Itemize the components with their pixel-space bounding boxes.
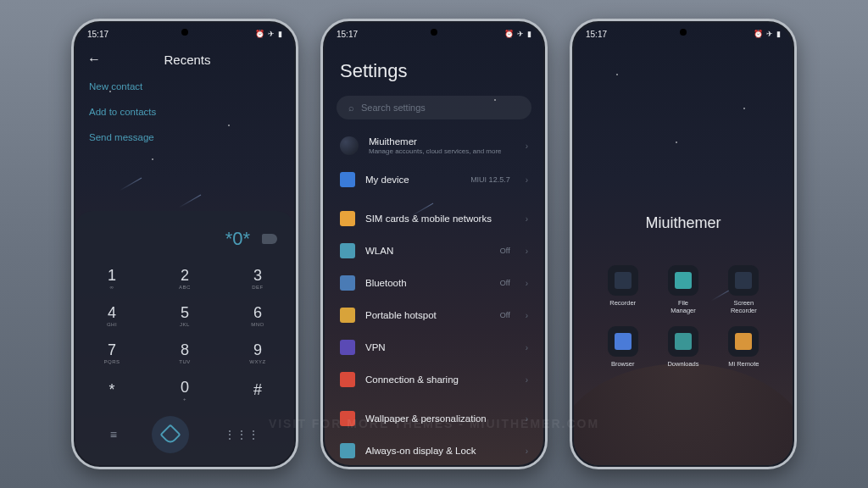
menu-icon[interactable]: ≡ <box>110 428 117 441</box>
chevron-right-icon: › <box>526 414 528 424</box>
app-downloads[interactable]: Downloads <box>659 326 707 368</box>
chevron-right-icon: › <box>526 279 528 288</box>
backspace-icon[interactable] <box>262 234 277 244</box>
app-file-manager[interactable]: FileManager <box>659 265 707 314</box>
dialpad-key-6[interactable]: 6MNO <box>221 297 294 335</box>
app-icon <box>668 265 698 296</box>
setting-row[interactable]: WLAN Off › <box>337 235 531 267</box>
add-to-contacts-link[interactable]: Add to contacts <box>75 99 294 125</box>
search-icon: ⌕ <box>348 103 354 113</box>
setting-row[interactable]: VPN › <box>337 331 531 363</box>
chevron-right-icon: › <box>526 175 528 185</box>
setting-row[interactable]: SIM cards & mobile networks › <box>337 202 531 235</box>
setting-icon <box>340 211 355 226</box>
dialpad-key-5[interactable]: 5JKL <box>148 297 221 335</box>
page-title: Recents <box>118 53 257 67</box>
dial-input: *0* <box>225 228 250 250</box>
dialpad-grid: 1∞2ABC3DEF4GHI5JKL6MNO7PQRS8TUV9WXYZ*0+# <box>75 260 294 409</box>
my-device-row[interactable]: My device MIUI 12.5.7 › <box>337 164 531 196</box>
account-row[interactable]: Miuithemer Manage accounts, cloud servic… <box>337 128 531 164</box>
send-message-link[interactable]: Send message <box>75 125 294 150</box>
phone-dialer: 15:17 ⏰✈▮ ← Recents New contact Add to c… <box>71 19 298 469</box>
app-icon <box>668 326 698 357</box>
status-time: 15:17 <box>337 30 358 39</box>
call-button[interactable] <box>152 416 189 453</box>
device-icon <box>340 172 355 187</box>
dialpad-key-0[interactable]: 0+ <box>148 372 221 409</box>
app-mi-remote[interactable]: Mi Remote <box>720 326 768 368</box>
chevron-right-icon: › <box>526 247 528 256</box>
camera-cutout <box>181 29 188 36</box>
chevron-right-icon: › <box>526 375 528 385</box>
status-time: 15:17 <box>87 30 108 39</box>
status-time: 15:17 <box>586 30 607 39</box>
page-title: Settings <box>325 45 543 91</box>
app-recorder[interactable]: Recorder <box>598 265 647 314</box>
dialpad-key-1[interactable]: 1∞ <box>75 260 148 297</box>
setting-row[interactable]: Always-on display & Lock › <box>337 435 531 465</box>
phone-settings: 15:17 ⏰✈▮ Settings ⌕ Search settings Miu… <box>320 19 548 469</box>
app-browser[interactable]: Browser <box>598 326 647 368</box>
setting-icon <box>340 308 355 323</box>
dialpad-key-4[interactable]: 4GHI <box>75 297 148 335</box>
camera-cutout <box>680 29 687 36</box>
search-input[interactable]: ⌕ Search settings <box>337 96 531 119</box>
chevron-right-icon: › <box>526 141 528 151</box>
app-screen-recorder[interactable]: ScreenRecorder <box>720 265 768 314</box>
setting-icon <box>340 372 355 387</box>
setting-icon <box>340 275 355 291</box>
dialpad-key-9[interactable]: 9WXYZ <box>221 335 294 372</box>
chevron-right-icon: › <box>526 311 528 320</box>
back-icon[interactable]: ← <box>87 52 101 67</box>
app-icon <box>728 265 759 296</box>
setting-icon <box>340 340 355 355</box>
chevron-right-icon: › <box>526 343 528 352</box>
dialpad-key-*[interactable]: * <box>75 372 148 409</box>
chevron-right-icon: › <box>526 214 528 224</box>
dialpad-toggle-icon[interactable]: ⋮⋮⋮ <box>224 428 259 441</box>
dialpad-panel: *0* 1∞2ABC3DEF4GHI5JKL6MNO7PQRS8TUV9WXYZ… <box>75 211 294 465</box>
new-contact-link[interactable]: New contact <box>75 74 294 99</box>
dialpad-key-8[interactable]: 8TUV <box>148 335 221 372</box>
setting-row[interactable]: Wallpaper & personalization › <box>337 402 531 435</box>
dialpad-key-3[interactable]: 3DEF <box>221 260 294 297</box>
setting-icon <box>340 243 355 258</box>
dialpad-key-7[interactable]: 7PQRS <box>75 335 148 372</box>
avatar-icon <box>340 136 359 155</box>
phone-home: 15:17 ⏰✈▮ Miuithemer Recorder FileManage… <box>570 19 797 469</box>
phone-icon <box>159 424 181 445</box>
setting-row[interactable]: Bluetooth Off › <box>337 267 531 299</box>
folder-title: Miuithemer <box>645 214 721 232</box>
setting-icon <box>340 443 355 458</box>
dialpad-key-#[interactable]: # <box>221 372 294 409</box>
dialpad-key-2[interactable]: 2ABC <box>148 260 221 297</box>
chevron-right-icon: › <box>526 446 528 456</box>
app-folder-grid: Recorder FileManager ScreenRecorder Brow… <box>598 265 768 368</box>
setting-row[interactable]: Connection & sharing › <box>337 363 531 396</box>
app-icon <box>608 326 638 357</box>
setting-row[interactable]: Portable hotspot Off › <box>337 299 531 331</box>
setting-icon <box>340 411 355 426</box>
app-icon <box>728 326 759 357</box>
app-icon <box>608 265 638 296</box>
camera-cutout <box>431 29 437 36</box>
